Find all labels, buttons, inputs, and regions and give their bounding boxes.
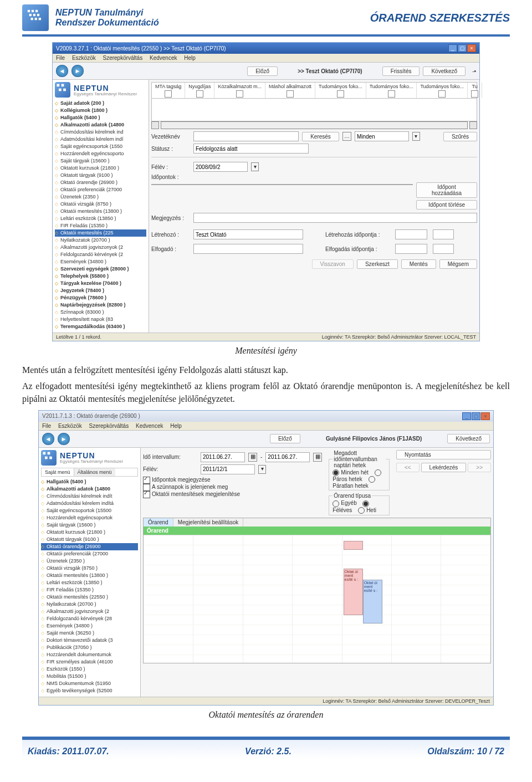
close-icon[interactable]: × xyxy=(467,44,476,52)
save-button[interactable]: Mentés xyxy=(401,259,436,269)
show-exemptions-checkbox[interactable] xyxy=(143,491,150,498)
edit-button[interactable]: Szerkeszt xyxy=(357,259,398,269)
show-times-checkbox[interactable] xyxy=(143,477,150,484)
tab-general-menu[interactable]: Általános menü xyxy=(74,468,115,476)
tree-item[interactable]: Hallgatók (5400 ) xyxy=(41,478,138,485)
menu-favorites[interactable]: Kedvencek xyxy=(150,55,177,61)
menu-file[interactable]: File xyxy=(42,423,51,429)
column-tab[interactable]: MTA tagság xyxy=(152,83,185,98)
column-tab[interactable]: Tudományos foko... xyxy=(315,83,366,98)
tree-item[interactable]: Szervezeti egységek (28000 ) xyxy=(55,265,146,273)
filter-button[interactable]: Szűrés xyxy=(443,132,477,141)
tree-item[interactable]: Oktatói mentesítés (22550 ) xyxy=(41,594,138,601)
tree-item[interactable]: Publikációk (37050 ) xyxy=(41,644,138,651)
tree-item[interactable]: Alkalmazotti jogviszonyok (2 xyxy=(55,244,146,251)
prev-button[interactable]: Előző xyxy=(247,67,278,76)
column-tab[interactable]: Tudományos foko... xyxy=(417,83,468,98)
tree-item[interactable]: Saját egyéncsoportok (1550 xyxy=(55,143,146,150)
tree-item[interactable]: Alkalmazotti adatok (14800 xyxy=(41,485,138,493)
minimize-icon[interactable]: _ xyxy=(462,412,471,420)
next-button[interactable]: Következő xyxy=(447,434,490,443)
tree-item[interactable]: Események (34800 ) xyxy=(41,622,138,630)
sidebar-tree[interactable]: Saját adatok (200 )Kollégiumok (1800 )Ha… xyxy=(55,100,146,330)
column-tab[interactable]: Tu xyxy=(468,83,482,98)
close-icon[interactable]: × xyxy=(481,412,490,420)
menu-roleswitch[interactable]: Szerepkörváltás xyxy=(89,423,129,429)
prev-button[interactable]: Előző xyxy=(270,434,300,443)
tree-item[interactable]: NMS Dokumentumok (51950 xyxy=(41,680,138,687)
tree-item[interactable]: Egyéb tevékenységek (52500 xyxy=(41,687,138,694)
tree-item[interactable]: Alkalmazotti adatok (14800 xyxy=(55,121,146,129)
tree-item[interactable]: Nyilatkozatok (20700 ) xyxy=(55,237,146,244)
radio-all-weeks[interactable]: Minden hét xyxy=(332,469,368,476)
semester-select[interactable] xyxy=(201,464,255,474)
tree-item[interactable]: Színnapok (83000 ) xyxy=(55,309,146,316)
tree-item[interactable]: FIR Feladás (15350 ) xyxy=(41,586,138,594)
tree-item[interactable]: Leltári eszközök (13850 ) xyxy=(41,579,138,586)
tree-item[interactable]: Oktatói mentesítés (225 xyxy=(55,229,146,237)
lastname-input[interactable] xyxy=(193,131,299,141)
tree-item[interactable]: Saját tárgyak (15600 ) xyxy=(55,157,146,165)
event-block[interactable] xyxy=(344,541,363,550)
tree-item[interactable]: Üzenetek (2350 ) xyxy=(55,193,146,201)
menu-tools[interactable]: Eszközök xyxy=(58,423,82,429)
tree-item[interactable]: Oktató órarendje (26900 xyxy=(41,543,138,550)
status-field[interactable] xyxy=(193,144,309,154)
tree-item[interactable]: Adatmódosítási kérelem indí xyxy=(55,136,146,143)
tree-item[interactable]: Feldolgozandó kérvények (28 xyxy=(41,615,138,622)
tree-item[interactable]: Eszközök (1550 ) xyxy=(41,666,138,673)
radio-type-other[interactable]: Egyéb xyxy=(332,500,356,506)
radio-type-weekly[interactable]: Heti xyxy=(358,507,376,513)
pin-icon[interactable]: -• xyxy=(472,68,476,74)
dropdown-icon[interactable]: ▾ xyxy=(258,465,266,474)
tree-item[interactable]: Oktatott tárgyak (9100 ) xyxy=(41,536,138,543)
sidebar-tree[interactable]: Hallgatók (5400 )Alkalmazotti adatok (14… xyxy=(41,478,138,694)
tree-item[interactable]: Hallgatók (5400 ) xyxy=(55,114,146,121)
menu-help[interactable]: Help xyxy=(170,423,182,429)
menu-help[interactable]: Help xyxy=(184,55,196,61)
semester-select[interactable] xyxy=(193,162,248,172)
tree-item[interactable]: Címmódosítási kérelmek indít xyxy=(41,493,138,500)
tree-item[interactable]: Üzenetek (2350 ) xyxy=(41,558,138,565)
search-scope-select[interactable] xyxy=(355,131,409,141)
search-button[interactable]: Keresés xyxy=(302,132,339,141)
menu-roleswitch[interactable]: Szerepkörváltás xyxy=(103,55,142,61)
tree-item[interactable]: Nyilatkozatok (20700 ) xyxy=(41,601,138,608)
tree-item[interactable]: Naptárbejegyzések (82800 ) xyxy=(55,301,146,309)
tree-item[interactable]: Hozzárendelt egyéncsoporto xyxy=(55,150,146,157)
calendar-icon[interactable]: ▦ xyxy=(313,453,322,462)
tree-item[interactable]: Pénzügyek (78600 ) xyxy=(55,294,146,301)
nav-fwd-icon[interactable]: ► xyxy=(71,65,84,77)
nav-back-icon[interactable]: ◄ xyxy=(56,65,68,77)
tree-item[interactable]: FIR személyes adatok (46100 xyxy=(41,658,138,666)
date-from-input[interactable] xyxy=(201,452,245,462)
tree-item[interactable]: Címmódosítási kérelmek ind xyxy=(55,129,146,136)
calendar-icon[interactable]: ▦ xyxy=(248,453,257,462)
tree-item[interactable]: Alkalmazotti jogviszonyok (2 xyxy=(41,608,138,615)
search-more-icon[interactable]: … xyxy=(342,132,351,141)
tree-item[interactable]: Leltári eszközök (13850 ) xyxy=(55,215,146,222)
query-button[interactable]: Lekérdezés xyxy=(421,463,467,472)
tree-item[interactable]: Oktatói vizsgák (8750 ) xyxy=(41,565,138,572)
nav-fwd-icon[interactable]: ► xyxy=(58,433,70,445)
minimize-icon[interactable]: _ xyxy=(448,44,457,52)
maximize-icon[interactable]: ▢ xyxy=(458,44,467,52)
note-input[interactable] xyxy=(193,213,477,223)
dropdown-icon[interactable]: ▾ xyxy=(412,132,420,141)
tree-item[interactable]: Adatmódosítási kérelem indítá xyxy=(41,500,138,507)
scroll-right-icon[interactable] xyxy=(469,121,477,129)
event-exemption-block[interactable]: Oktat ói ment esíté s : xyxy=(344,569,363,615)
tree-item[interactable]: FIR Feladás (15350 ) xyxy=(55,222,146,229)
tree-item[interactable]: Hozzárendelt dokumentumok xyxy=(41,651,138,658)
refresh-button[interactable]: Frissítés xyxy=(382,67,420,76)
menu-favorites[interactable]: Kedvencek xyxy=(136,423,163,429)
next-button[interactable]: Következő xyxy=(423,67,466,76)
tree-item[interactable]: Oktatói preferenciák (27000 xyxy=(55,186,146,193)
column-tab[interactable]: Máshol alkalmazott xyxy=(265,83,315,98)
date-to-input[interactable] xyxy=(265,452,310,462)
tree-item[interactable]: Helyettesített napok (83 xyxy=(55,316,146,323)
tree-item[interactable]: Oktatott kurzusok (21800 ) xyxy=(55,165,146,172)
tree-item[interactable]: Saját egyéncsoportok (15500 xyxy=(41,507,138,514)
tree-item[interactable]: Telephelyek (55800 ) xyxy=(55,273,146,280)
tab-display-settings[interactable]: Megjelenítési beállítások xyxy=(173,518,244,527)
